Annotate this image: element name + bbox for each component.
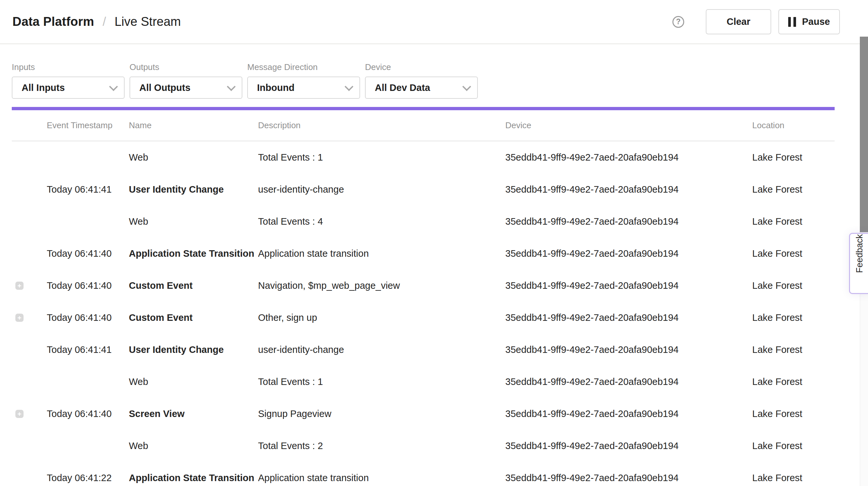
cell-description: Total Events : 4 bbox=[258, 216, 505, 227]
page-header: Data Platform / Live Stream ? Clear Paus… bbox=[0, 0, 868, 44]
cell-name: Application State Transition bbox=[129, 248, 258, 259]
table-row[interactable]: WebTotal Events : 235eddb41-9ff9-49e2-7a… bbox=[12, 430, 835, 462]
cell-device: 35eddb41-9ff9-49e2-7aed-20afa90eb194 bbox=[505, 376, 752, 387]
filter-outputs: Outputs All Outputs bbox=[129, 62, 242, 99]
cell-name: Web bbox=[129, 441, 258, 451]
expand-icon[interactable]: + bbox=[16, 314, 24, 322]
cell-expand: + bbox=[12, 410, 47, 418]
table-row[interactable]: Today 06:41:41User Identity Changeuser-i… bbox=[12, 334, 835, 366]
cell-timestamp: Today 06:41:41 bbox=[47, 184, 129, 195]
outputs-select-value: All Outputs bbox=[139, 83, 190, 93]
table-row[interactable]: +Today 06:41:40Screen ViewSignup Pagevie… bbox=[12, 398, 835, 430]
cell-location: Lake Forest bbox=[752, 216, 835, 227]
pause-button[interactable]: Pause bbox=[778, 9, 840, 34]
message-direction-select[interactable]: Inbound bbox=[247, 77, 360, 99]
scrollbar-thumb[interactable] bbox=[860, 37, 868, 232]
cell-description: user-identity-change bbox=[258, 344, 505, 355]
table-row[interactable]: +Today 06:41:40Custom EventNavigation, $… bbox=[12, 270, 835, 302]
filter-outputs-label: Outputs bbox=[129, 62, 242, 72]
cell-device: 35eddb41-9ff9-49e2-7aed-20afa90eb194 bbox=[505, 312, 752, 323]
cell-description: Application state transition bbox=[258, 473, 505, 483]
chevron-down-icon bbox=[462, 82, 471, 91]
cell-timestamp: Today 06:41:40 bbox=[47, 312, 129, 323]
cell-name: User Identity Change bbox=[129, 344, 258, 355]
header-controls: ? Clear Pause bbox=[673, 0, 840, 43]
table-row[interactable]: Today 06:41:22Application State Transiti… bbox=[12, 462, 835, 486]
device-select-value: All Dev Data bbox=[375, 83, 430, 93]
page-title: Live Stream bbox=[115, 15, 181, 29]
breadcrumb-section[interactable]: Data Platform bbox=[12, 15, 94, 29]
cell-location: Lake Forest bbox=[752, 344, 835, 355]
filter-message-direction-label: Message Direction bbox=[247, 62, 360, 72]
chevron-down-icon bbox=[227, 82, 236, 91]
cell-device: 35eddb41-9ff9-49e2-7aed-20afa90eb194 bbox=[505, 184, 752, 195]
table-row[interactable]: Today 06:41:40Application State Transiti… bbox=[12, 238, 835, 270]
column-header-timestamp: Event Timestamp bbox=[47, 120, 129, 130]
cell-description: Total Events : 1 bbox=[258, 376, 505, 387]
cell-description: Other, sign up bbox=[258, 312, 505, 323]
cell-location: Lake Forest bbox=[752, 408, 835, 419]
outputs-select[interactable]: All Outputs bbox=[129, 77, 242, 99]
cell-device: 35eddb41-9ff9-49e2-7aed-20afa90eb194 bbox=[505, 216, 752, 227]
cell-name: Application State Transition bbox=[129, 473, 258, 483]
table-row[interactable]: WebTotal Events : 135eddb41-9ff9-49e2-7a… bbox=[12, 366, 835, 398]
cell-description: user-identity-change bbox=[258, 184, 505, 195]
cell-device: 35eddb41-9ff9-49e2-7aed-20afa90eb194 bbox=[505, 473, 752, 483]
cell-name: Web bbox=[129, 152, 258, 163]
column-header-name: Name bbox=[129, 120, 258, 130]
cell-name: User Identity Change bbox=[129, 184, 258, 195]
filter-inputs-label: Inputs bbox=[12, 62, 125, 72]
breadcrumb: Data Platform / Live Stream bbox=[12, 0, 181, 43]
help-icon[interactable]: ? bbox=[673, 16, 684, 28]
message-direction-select-value: Inbound bbox=[257, 83, 294, 93]
cell-description: Navigation, $mp_web_page_view bbox=[258, 280, 505, 291]
table-row[interactable]: Today 06:41:41User Identity Changeuser-i… bbox=[12, 173, 835, 205]
column-header-location: Location bbox=[752, 120, 835, 130]
pause-button-label: Pause bbox=[802, 17, 830, 27]
inputs-select[interactable]: All Inputs bbox=[12, 77, 125, 99]
pause-icon bbox=[788, 17, 796, 27]
cell-location: Lake Forest bbox=[752, 184, 835, 195]
cell-name: Screen View bbox=[129, 408, 258, 419]
cell-device: 35eddb41-9ff9-49e2-7aed-20afa90eb194 bbox=[505, 441, 752, 451]
chevron-down-icon bbox=[345, 82, 353, 91]
chevron-down-icon bbox=[109, 82, 118, 91]
expand-icon[interactable]: + bbox=[16, 282, 24, 290]
clear-button-label: Clear bbox=[727, 17, 751, 27]
table-row[interactable]: WebTotal Events : 135eddb41-9ff9-49e2-7a… bbox=[12, 141, 835, 173]
expand-icon[interactable]: + bbox=[16, 410, 24, 418]
cell-location: Lake Forest bbox=[752, 376, 835, 387]
cell-timestamp: Today 06:41:40 bbox=[47, 408, 129, 419]
cell-expand: + bbox=[12, 282, 47, 290]
filter-device-label: Device bbox=[365, 62, 478, 72]
feedback-tab[interactable]: Feedback bbox=[849, 233, 868, 294]
table-row[interactable]: +Today 06:41:40Custom EventOther, sign u… bbox=[12, 302, 835, 334]
table-row[interactable]: WebTotal Events : 435eddb41-9ff9-49e2-7a… bbox=[12, 205, 835, 238]
filter-device: Device All Dev Data bbox=[365, 62, 478, 99]
cell-device: 35eddb41-9ff9-49e2-7aed-20afa90eb194 bbox=[505, 280, 752, 291]
breadcrumb-separator: / bbox=[103, 15, 106, 29]
filter-message-direction: Message Direction Inbound bbox=[247, 62, 360, 99]
cell-location: Lake Forest bbox=[752, 312, 835, 323]
cell-device: 35eddb41-9ff9-49e2-7aed-20afa90eb194 bbox=[505, 344, 752, 355]
filter-inputs: Inputs All Inputs bbox=[12, 62, 125, 99]
cell-name: Web bbox=[129, 376, 258, 387]
accent-bar bbox=[12, 107, 835, 110]
feedback-tab-label: Feedback bbox=[855, 254, 865, 273]
cell-description: Total Events : 1 bbox=[258, 152, 505, 163]
cell-name: Web bbox=[129, 216, 258, 227]
column-header-device: Device bbox=[505, 120, 752, 130]
cell-description: Application state transition bbox=[258, 248, 505, 259]
cell-timestamp: Today 06:41:40 bbox=[47, 248, 129, 259]
inputs-select-value: All Inputs bbox=[22, 83, 65, 93]
cell-device: 35eddb41-9ff9-49e2-7aed-20afa90eb194 bbox=[505, 152, 752, 163]
cell-location: Lake Forest bbox=[752, 248, 835, 259]
cell-device: 35eddb41-9ff9-49e2-7aed-20afa90eb194 bbox=[505, 248, 752, 259]
device-select[interactable]: All Dev Data bbox=[365, 77, 478, 99]
event-table: Event Timestamp Name Description Device … bbox=[12, 110, 835, 486]
clear-button[interactable]: Clear bbox=[706, 9, 771, 34]
cell-timestamp: Today 06:41:41 bbox=[47, 344, 129, 355]
cell-description: Total Events : 2 bbox=[258, 441, 505, 451]
cell-name: Custom Event bbox=[129, 312, 258, 323]
cell-timestamp: Today 06:41:22 bbox=[47, 473, 129, 483]
